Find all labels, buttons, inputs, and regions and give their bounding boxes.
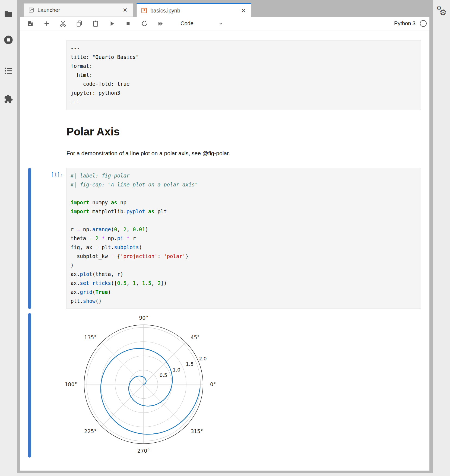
right-sidebar-strip: ⚙ ⚙	[433, 0, 450, 476]
copy-icon[interactable]	[75, 19, 84, 28]
code-line: #| fig-cap: "A line plot on a polar axis…	[71, 180, 418, 189]
idle-circle-icon	[420, 20, 427, 27]
theta-tick-label: 135°	[84, 334, 97, 340]
code-line: import numpy as np	[71, 198, 418, 207]
raw-cell-yaml[interactable]: ---title: "Quarto Basics"format: html: c…	[66, 40, 421, 110]
notebook-icon	[141, 8, 147, 14]
code-line: subplot_kw = {'projection': 'polar'}	[71, 252, 418, 261]
theta-tick-label: 45°	[191, 334, 200, 340]
file-browser-folder-icon[interactable]	[4, 9, 13, 19]
notebook-toolbar: Code Python 3	[20, 17, 429, 30]
extensions-puzzle-icon[interactable]	[4, 94, 13, 104]
code-cell: [1]: #| label: fig-polar#| fig-cap: "A l…	[20, 168, 429, 309]
spiral-line	[101, 348, 200, 434]
code-line: )	[71, 261, 418, 270]
code-line: theta = 2 * np.pi * r	[71, 234, 418, 243]
theta-gridline	[144, 384, 186, 426]
table-of-contents-icon[interactable]	[4, 66, 13, 76]
notebook-content: ---title: "Quarto Basics"format: html: c…	[20, 30, 429, 470]
theta-tick-label: 225°	[84, 428, 97, 434]
code-line: ax.set_rticks([0.5, 1, 1.5, 2])	[71, 279, 418, 288]
theta-gridline	[144, 342, 186, 384]
theta-tick-label: 180°	[65, 381, 77, 387]
raw-line: title: "Quarto Basics"	[71, 53, 417, 62]
code-line: plt.show()	[71, 297, 418, 306]
dock-tab-bar: Launcher × basics.ipynb ×	[20, 3, 251, 17]
launcher-icon	[28, 7, 34, 13]
tab-label: Launcher	[37, 7, 118, 13]
r-tick-label: 1.0	[173, 367, 180, 373]
close-icon[interactable]: ×	[240, 7, 247, 14]
insert-cell-icon[interactable]	[42, 19, 51, 28]
code-line	[71, 189, 418, 198]
activity-bar	[0, 0, 17, 476]
property-inspector-gears-icon[interactable]: ⚙ ⚙	[436, 5, 448, 18]
run-all-icon[interactable]	[156, 19, 165, 28]
tab-launcher[interactable]: Launcher ×	[24, 3, 133, 17]
r-tick-label: 2.0	[199, 356, 207, 361]
tab-basics-ipynb[interactable]: basics.ipynb ×	[137, 3, 251, 17]
raw-line: code-fold: true	[71, 80, 417, 88]
kernel-name: Python 3	[394, 20, 416, 27]
raw-line: format:	[71, 62, 417, 71]
cut-icon[interactable]	[58, 19, 68, 28]
code-line	[71, 216, 418, 225]
execution-prompt: [1]:	[20, 172, 63, 177]
cell-collapser[interactable]	[28, 168, 31, 309]
tab-label: basics.ipynb	[150, 8, 236, 14]
output-collapser[interactable]	[28, 313, 31, 458]
stop-icon[interactable]	[123, 19, 133, 28]
output-area: 0°45°90°135°180°225°270°315°0.51.01.52.0	[20, 313, 429, 460]
theta-tick-label: 315°	[191, 428, 203, 434]
markdown-cell[interactable]: Polar Axis For a demonstration of a line…	[20, 126, 429, 157]
code-line: fig, ax = plt.subplots(	[71, 243, 418, 252]
gear-icon: ⚙	[439, 8, 447, 17]
raw-line: jupyter: python3	[71, 88, 417, 97]
paste-icon[interactable]	[91, 19, 100, 28]
notebook-panel: Code Python 3 ---title: "Quarto Basics"f…	[20, 17, 430, 471]
code-editor[interactable]: #| label: fig-polar#| fig-cap: "A line p…	[66, 168, 421, 309]
r-tick-label: 0.5	[160, 372, 167, 378]
cell-type-dropdown[interactable]: Code	[179, 19, 226, 28]
jupyterlab-window: ⚙ ⚙ Launcher × basics.ip	[0, 0, 450, 476]
run-icon[interactable]	[107, 19, 116, 28]
code-line: r = np.arange(0, 2, 0.01)	[71, 225, 418, 234]
r-tick-label: 1.5	[186, 361, 194, 367]
save-icon[interactable]	[26, 19, 35, 28]
heading-polar-axis: Polar Axis	[66, 126, 421, 138]
close-icon[interactable]: ×	[121, 7, 129, 14]
theta-tick-label: 270°	[137, 448, 150, 454]
raw-line: html:	[71, 71, 417, 80]
cell-type-value: Code	[180, 20, 194, 27]
raw-line: ---	[71, 44, 417, 53]
markdown-paragraph: For a demonstration of a line plot on a …	[66, 150, 421, 157]
bottom-strip	[17, 473, 433, 476]
running-kernels-icon[interactable]	[4, 35, 13, 45]
theta-gridline	[102, 384, 144, 426]
code-line: #| label: fig-polar	[71, 171, 418, 180]
theta-tick-label: 0°	[210, 381, 216, 387]
polar-plot-output: 0°45°90°135°180°225°270°315°0.51.01.52.0	[65, 313, 222, 460]
code-line: import matplotlib.pyplot as plt	[71, 207, 418, 216]
kernel-indicator[interactable]: Python 3	[394, 20, 427, 27]
raw-line: ---	[71, 97, 417, 106]
chevron-down-icon	[218, 21, 224, 27]
theta-tick-label: 90°	[139, 315, 148, 321]
code-line: ax.plot(theta, r)	[71, 270, 418, 279]
restart-kernel-icon[interactable]	[140, 19, 149, 28]
code-line: ax.grid(True)	[71, 288, 418, 297]
